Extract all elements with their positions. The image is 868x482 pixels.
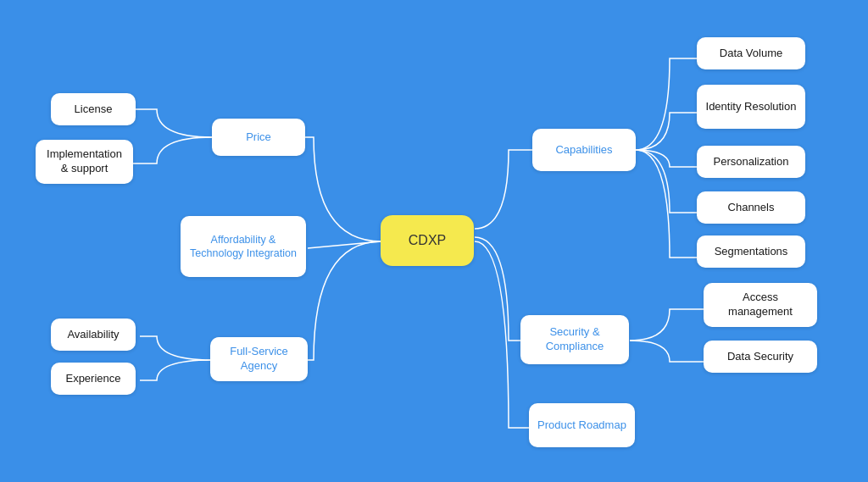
access-management-node: Access management (704, 283, 817, 327)
price-node: Price (212, 119, 305, 156)
experience-node: Experience (51, 363, 136, 395)
channels-node: Channels (697, 191, 805, 224)
affordability-node: Affordability & Technology Integration (181, 216, 306, 277)
data-volume-node: Data Volume (697, 37, 805, 69)
implementation-node: Implementation & support (36, 140, 133, 184)
capabilities-node: Capabilities (532, 129, 636, 171)
fullservice-node: Full-Service Agency (210, 337, 308, 381)
segmentations-node: Segmentations (697, 235, 805, 268)
center-node: CDXP (381, 215, 474, 266)
license-node: License (51, 93, 136, 125)
product-roadmap-node: Product Roadmap (529, 403, 635, 447)
availability-node: Availability (51, 319, 136, 351)
identity-node: Identity Resolution (697, 85, 805, 129)
data-security-node: Data Security (704, 341, 817, 373)
personalization-node: Personalization (697, 146, 805, 178)
svg-line-0 (308, 241, 381, 248)
security-node: Security & Compliance (520, 315, 629, 364)
